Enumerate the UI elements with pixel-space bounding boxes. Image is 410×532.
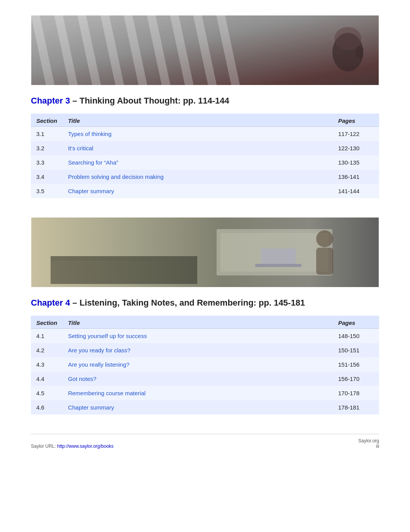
chapter3-heading: Chapter 3 – Thinking About Thought: pp. … <box>31 96 379 106</box>
ch3-col-pages: Pages <box>333 114 379 127</box>
section-num: 4.5 <box>31 386 63 400</box>
table-row: 4.1 Setting yourself up for success 148-… <box>31 329 379 343</box>
ch3-col-section: Section <box>31 114 63 127</box>
svg-rect-19 <box>316 248 333 275</box>
chapter3-title: – Thinking About Thought: pp. 114-144 <box>70 96 229 105</box>
section-title[interactable]: Remembering course material <box>63 386 333 400</box>
chapter3-image <box>31 15 379 85</box>
section-title[interactable]: Problem solving and decision making <box>63 170 333 184</box>
svg-rect-21 <box>261 248 296 264</box>
section-title[interactable]: Are you really listening? <box>63 357 333 372</box>
footer: Saylor URL: http://www.saylor.org/books … <box>31 434 379 449</box>
table-row: 3.2 It's critical 122-130 <box>31 141 379 155</box>
section-title[interactable]: Setting yourself up for success <box>63 329 333 343</box>
section-num: 4.3 <box>31 357 63 372</box>
footer-label: Saylor URL: <box>31 444 57 449</box>
section-pages: 150-151 <box>333 343 379 357</box>
section-pages: 178-181 <box>333 400 379 415</box>
table-row: 4.6 Chapter summary 178-181 <box>31 400 379 415</box>
chapter3-table: Section Title Pages 3.1 Types of thinkin… <box>31 114 379 198</box>
section-title[interactable]: Chapter summary <box>63 184 333 198</box>
ch4-col-pages: Pages <box>333 316 379 329</box>
ch3-col-title: Title <box>63 114 333 127</box>
section-title[interactable]: Chapter summary <box>63 400 333 415</box>
svg-rect-15 <box>51 261 197 284</box>
section-num: 4.2 <box>31 343 63 357</box>
svg-point-18 <box>316 230 333 247</box>
section-pages: 141-144 <box>333 184 379 198</box>
section-pages: 117-122 <box>333 127 379 141</box>
footer-saylor: Saylor.org <box>358 438 379 444</box>
footer-right: Saylor.org iii <box>358 438 379 449</box>
section-num: 4.4 <box>31 372 63 386</box>
table-row: 4.3 Are you really listening? 151-156 <box>31 357 379 372</box>
section-num: 3.3 <box>31 155 63 170</box>
chapter4-image <box>31 218 379 287</box>
section-pages: 136-141 <box>333 170 379 184</box>
section-pages: 170-178 <box>333 386 379 400</box>
svg-rect-12 <box>356 46 363 58</box>
section-num: 3.5 <box>31 184 63 198</box>
ch4-col-title: Title <box>63 316 333 329</box>
section-num: 4.1 <box>31 329 63 343</box>
table-row: 3.4 Problem solving and decision making … <box>31 170 379 184</box>
chapter4-heading: Chapter 4 – Listening, Taking Notes, and… <box>31 298 379 308</box>
section-title[interactable]: Types of thinking <box>63 127 333 141</box>
section-pages: 151-156 <box>333 357 379 372</box>
table-row: 4.5 Remembering course material 170-178 <box>31 386 379 400</box>
section-pages: 148-150 <box>333 329 379 343</box>
table-row: 4.4 Got notes? 156-170 <box>31 372 379 386</box>
chapter4-num: Chapter 4 <box>31 298 70 308</box>
table-row: 3.1 Types of thinking 117-122 <box>31 127 379 141</box>
section-pages: 156-170 <box>333 372 379 386</box>
chapter4-title: – Listening, Taking Notes, and Rememberi… <box>70 298 305 308</box>
svg-rect-20 <box>255 264 302 267</box>
section-title[interactable]: Searching for “Aha” <box>63 155 333 170</box>
svg-rect-14 <box>51 256 197 261</box>
section-num: 3.2 <box>31 141 63 155</box>
footer-link[interactable]: http://www.saylor.org/books <box>57 444 114 449</box>
section-num: 3.4 <box>31 170 63 184</box>
section-title[interactable]: Are you ready for class? <box>63 343 333 357</box>
chapter3-num: Chapter 3 <box>31 96 70 105</box>
table-row: 3.5 Chapter summary 141-144 <box>31 184 379 198</box>
chapter4-table: Section Title Pages 4.1 Setting yourself… <box>31 316 379 415</box>
footer-url: Saylor URL: http://www.saylor.org/books <box>31 444 114 449</box>
section-num: 4.6 <box>31 400 63 415</box>
footer-page: iii <box>358 444 379 449</box>
section-pages: 122-130 <box>333 141 379 155</box>
table-row: 4.2 Are you ready for class? 150-151 <box>31 343 379 357</box>
ch4-col-section: Section <box>31 316 63 329</box>
section-pages: 130-135 <box>333 155 379 170</box>
section-title[interactable]: Got notes? <box>63 372 333 386</box>
table-row: 3.3 Searching for “Aha” 130-135 <box>31 155 379 170</box>
section-title[interactable]: It's critical <box>63 141 333 155</box>
section-num: 3.1 <box>31 127 63 141</box>
